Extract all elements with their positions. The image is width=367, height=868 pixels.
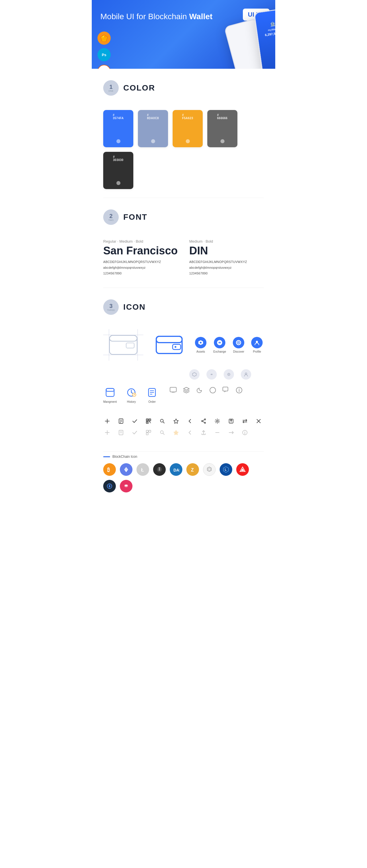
mgmt-icon-history: History <box>125 386 137 403</box>
management-icon <box>104 386 116 399</box>
font-din-upper: ABCDEFGHIJKLMNOPQRSTUVWXYZ <box>189 259 264 265</box>
screens-badge: 60+Screens <box>97 65 111 69</box>
svg-rect-74 <box>146 433 148 435</box>
ghost-action-icons-row <box>103 429 264 437</box>
discover-label: Discover <box>233 350 244 353</box>
assets-icon-circle <box>195 337 206 348</box>
swatch-gray-blue: #8DA0C8 <box>138 110 168 147</box>
zcash-icon: Z <box>186 463 199 476</box>
exchange-icon-circle <box>214 337 225 348</box>
font-section-content: Regular · Medium · Bold San Francisco AB… <box>92 239 275 288</box>
chat-icons <box>169 386 243 394</box>
mgmt-icon-order: Order <box>146 386 158 403</box>
tool-badges: Ps 60+Screens <box>97 32 111 69</box>
ghost-arrow-icon <box>227 429 235 437</box>
mgmt-icon-management: Mangment <box>103 386 117 403</box>
color-section-num: 1 ONE <box>103 80 119 96</box>
svg-line-76 <box>163 433 164 435</box>
management-label: Mangment <box>103 400 117 403</box>
ps-badge: Ps <box>97 48 111 61</box>
font-din-nums: 1234567890 <box>189 271 264 276</box>
icon-section-header: 3 THREE ICON <box>92 288 275 329</box>
svg-rect-11 <box>156 336 182 353</box>
hero-section: Mobile UI for Blockchain Wallet UI Kit P… <box>92 0 275 69</box>
font-din-lower: abcdefghijklmnopqrstuvwxyz <box>189 265 264 271</box>
svg-point-14 <box>175 346 176 348</box>
profile-label: Profile <box>253 350 261 353</box>
ghost-check-icon <box>131 429 139 437</box>
qr-icon <box>144 417 152 425</box>
ghost-assets-icon <box>189 369 200 379</box>
svg-point-15 <box>200 342 202 343</box>
info-icon <box>235 386 243 394</box>
ghost-profile-icon <box>241 369 251 379</box>
icon-section-content: Assets Exchange <box>92 329 275 452</box>
ghost-discover-icon <box>224 369 234 379</box>
nav-icon-discover: Discover <box>233 337 244 353</box>
ghost-search-icon <box>158 429 166 437</box>
svg-rect-73 <box>149 430 151 432</box>
font-section-title: FONT <box>123 213 147 222</box>
svg-text:Ł: Ł <box>141 467 144 472</box>
icon-large-row: Assets Exchange <box>103 329 264 361</box>
moon-icon <box>196 386 203 394</box>
notes-icon <box>117 417 125 425</box>
order-label: Order <box>148 400 156 403</box>
font-din-name: DIN <box>189 245 264 257</box>
svg-point-36 <box>239 389 239 389</box>
svg-point-18 <box>238 342 239 343</box>
ghost-nav-row <box>189 369 264 379</box>
star-icon <box>172 417 180 425</box>
nav-icon-exchange: Exchange <box>213 337 226 353</box>
svg-point-58 <box>202 421 203 422</box>
bancor-icon <box>103 480 116 492</box>
svg-rect-24 <box>106 389 114 391</box>
action-icons-row <box>103 417 264 425</box>
ghost-share2-icon <box>200 429 207 437</box>
font-section-num: 2 TWO <box>103 209 119 225</box>
dash-icon: DASH <box>170 463 182 476</box>
svg-text:DASH: DASH <box>173 468 180 472</box>
svg-rect-13 <box>173 344 181 349</box>
blue-line-accent <box>103 456 110 457</box>
svg-point-21 <box>228 374 229 375</box>
order-icon <box>146 386 158 399</box>
mgmt-icons: Mangment History <box>103 386 158 403</box>
assets-label: Assets <box>196 350 205 353</box>
streamr-icon <box>120 480 133 492</box>
svg-rect-69 <box>119 430 123 435</box>
font-section-number-row: 2 TWO FONT <box>103 209 264 225</box>
font-sf-name: San Francisco <box>103 245 178 257</box>
plus-icon <box>103 417 111 425</box>
svg-point-57 <box>204 419 205 420</box>
svg-rect-47 <box>149 420 150 420</box>
svg-rect-10 <box>126 343 134 348</box>
svg-rect-48 <box>147 422 148 423</box>
swatch-dark-gray: #666666 <box>207 110 237 147</box>
color-section-header: 1 ONE COLOR <box>92 69 275 110</box>
swatch-dot <box>221 139 225 143</box>
ark-icon <box>236 463 249 476</box>
font-sf-nums: 1234567890 <box>103 271 178 276</box>
svg-line-60 <box>203 420 204 421</box>
sketch-badge <box>97 32 111 45</box>
svg-rect-72 <box>146 430 148 432</box>
icon-section-num: 3 THREE <box>103 299 119 315</box>
color-section-number-row: 1 ONE COLOR <box>103 80 264 96</box>
svg-text:L: L <box>225 468 227 471</box>
svg-line-61 <box>203 422 204 423</box>
phone-mockups: 🏦 myWallet 6,297,502.12 myWallet 6,297,5… <box>143 3 275 69</box>
svg-point-19 <box>256 341 258 343</box>
ghost-x-icon <box>213 429 221 437</box>
swap-icon <box>241 417 249 425</box>
mgmt-chat-row: Mangment History <box>103 386 264 410</box>
bitcoin-icon: ₿ <box>103 463 116 476</box>
svg-point-22 <box>245 373 247 375</box>
icon-section-number-row: 3 THREE ICON <box>103 299 264 315</box>
lisk-icon: L <box>220 463 232 476</box>
ghost-exchange-icon <box>206 369 217 379</box>
svg-rect-12 <box>156 336 182 343</box>
gear-icon <box>213 417 221 425</box>
ghost-notes-icon <box>117 429 125 437</box>
wireframe-icon-container <box>103 329 143 361</box>
